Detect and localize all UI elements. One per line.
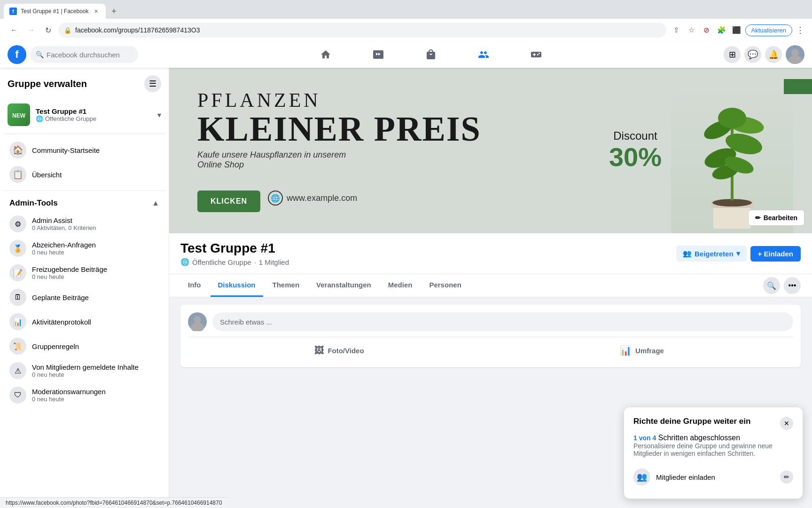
messenger-button[interactable]: 💬 — [744, 46, 761, 63]
tab-veranstaltungen[interactable]: Veranstaltungen — [309, 274, 379, 297]
notifications-button[interactable]: 🔔 — [765, 46, 782, 63]
tab-info[interactable]: Info — [180, 274, 209, 297]
sidebar-item-reports[interactable]: ⚠ Von Mitgliedern gemeldete Inhalte 0 ne… — [4, 358, 165, 383]
reports-info: Von Mitgliedern gemeldete Inhalte 0 neu … — [32, 363, 139, 378]
rules-info: Gruppenregeln — [32, 342, 79, 350]
poll-icon: 📊 — [620, 345, 632, 356]
sidebar-item-rules[interactable]: 📜 Gruppenregeln — [4, 334, 165, 358]
setup-close-button[interactable]: ✕ — [780, 417, 793, 430]
admin-tools-section[interactable]: Admin-Tools ▲ — [4, 195, 165, 212]
more-tab-button[interactable]: ••• — [784, 277, 801, 294]
adblock-icon[interactable]: ⊘ — [700, 24, 713, 37]
group-actions: 👥 Beigetreten ▾ + Einladen — [676, 246, 801, 262]
tab-medien[interactable]: Medien — [381, 274, 420, 297]
edit-cover-label: Bearbeiten — [764, 214, 797, 222]
community-label: Community-Startseite — [32, 146, 100, 154]
post-composer: Schreib etwas ... 🖼 Foto/Video 📊 Umfrage — [180, 305, 801, 367]
extension-icon[interactable]: 🧩 — [715, 24, 728, 37]
sidebar-item-admin-assist[interactable]: ⚙ Admin Assist 0 Aktivitäten, 0 Kriterie… — [4, 212, 165, 236]
invite-button[interactable]: + Einladen — [750, 246, 801, 262]
activity-log-icon: 📊 — [9, 313, 26, 330]
cover-cta-label: KLICKEN — [211, 197, 247, 206]
cover-inner: PFLANZEN KLEINER PREIS Kaufe unsere Haus… — [169, 68, 812, 233]
sidebar-divider-2 — [4, 190, 165, 191]
search-input[interactable] — [47, 51, 131, 59]
group-title-info: Test Gruppe #1 🌐 Öffentliche Gruppe · 1 … — [180, 241, 289, 266]
sidebar-item-mod-warnings[interactable]: 🛡 Moderationswarnungen 0 neu heute — [4, 383, 165, 407]
cover-cta-button[interactable]: KLICKEN — [197, 190, 260, 212]
profile-avatar[interactable] — [786, 45, 804, 64]
nav-video[interactable] — [352, 43, 405, 66]
search-tab-button[interactable]: 🔍 — [763, 277, 780, 294]
fb-logo[interactable]: f — [8, 45, 26, 64]
setup-panel: Richte deine Gruppe weiter ein ✕ 1 von 4… — [624, 407, 803, 499]
group-item[interactable]: NEW Test Gruppe #1 🌐 Öffentliche Gruppe … — [4, 100, 165, 130]
tab-diskussion[interactable]: Diskussion — [211, 274, 263, 297]
setup-description: Personalisiere deine Gruppe und gewinne … — [633, 442, 793, 457]
admin-assist-icon: ⚙ — [9, 215, 26, 232]
new-tab-button[interactable]: + — [108, 5, 121, 18]
sidebar-item-community[interactable]: 🏠 Community-Startseite — [4, 138, 165, 162]
invite-members-label: Mitglieder einladen — [656, 473, 715, 481]
setup-item-invite: 👥 Mitglieder einladen ✏ — [633, 465, 793, 489]
nav-gaming[interactable] — [510, 43, 562, 66]
composer-top: Schreib etwas ... — [188, 312, 793, 331]
aktualisieren-button[interactable]: Aktualisieren — [745, 24, 792, 36]
lock-icon: 🔒 — [64, 27, 71, 34]
nav-marketplace[interactable] — [405, 43, 457, 66]
activity-log-label: Aktivitätenprotokoll — [32, 318, 91, 326]
cover-discount: Discount 30% — [609, 129, 662, 172]
setup-progress-row: 1 von 4 Schritten abgeschlossen — [633, 434, 793, 442]
composer-input[interactable]: Schreib etwas ... — [212, 312, 793, 331]
address-input[interactable]: 🔒 facebook.com/groups/11876265987413O3 — [58, 23, 666, 38]
content-area: Schreib etwas ... 🖼 Foto/Video 📊 Umfrage — [169, 297, 812, 382]
sidebar-item-badges[interactable]: 🏅 Abzeichen-Anfragen 0 neu heute — [4, 236, 165, 261]
active-tab[interactable]: f Test Gruppe #1 | Facebook ✕ — [4, 4, 106, 19]
sidebar-item-scheduled[interactable]: 🗓 Geplante Beiträge — [4, 285, 165, 310]
address-bar: ← → ↻ 🔒 facebook.com/groups/118762659874… — [0, 19, 812, 41]
browser-chrome: f Test Gruppe #1 | Facebook ✕ + ← → ↻ 🔒 … — [0, 0, 812, 41]
nav-home[interactable] — [299, 43, 352, 66]
svg-point-15 — [191, 323, 204, 331]
svg-point-14 — [194, 316, 201, 324]
tab-themen[interactable]: Themen — [265, 274, 307, 297]
profile-icon[interactable]: ⬛ — [730, 24, 743, 37]
bookmark-icon[interactable]: ☆ — [685, 24, 698, 37]
url-bar-text: https://www.facebook.com/photo?fbid=7664… — [6, 500, 222, 506]
sidebar-item-overview[interactable]: 📋 Übersicht — [4, 162, 165, 187]
tab-personen[interactable]: Personen — [422, 274, 468, 297]
discount-label: Discount — [609, 129, 662, 143]
refresh-button[interactable]: ↻ — [41, 24, 55, 37]
setup-edit-button[interactable]: ✏ — [780, 470, 793, 484]
sidebar-item-activity-log[interactable]: 📊 Aktivitätenprotokoll — [4, 310, 165, 334]
scheduled-icon: 🗓 — [9, 289, 26, 306]
back-button[interactable]: ← — [8, 24, 21, 37]
forward-button[interactable]: → — [24, 24, 38, 37]
photo-video-label: Foto/Video — [328, 347, 364, 355]
edit-cover-button[interactable]: ✏ Bearbeiten — [748, 210, 804, 226]
scheduled-label: Geplante Beiträge — [32, 294, 89, 302]
nav-groups[interactable] — [457, 43, 510, 66]
share-icon[interactable]: ⇧ — [670, 24, 683, 37]
url-bar: https://www.facebook.com/photo?fbid=7664… — [0, 497, 227, 508]
svg-point-1 — [789, 56, 802, 64]
badges-label: Abzeichen-Anfragen — [32, 241, 96, 249]
umfrage-button[interactable]: 📊 Umfrage — [491, 341, 793, 360]
sidebar-menu-icon[interactable]: ☰ — [144, 75, 161, 92]
browser-menu-button[interactable]: ⋮ — [796, 25, 804, 35]
svg-point-11 — [718, 108, 746, 128]
group-type-label: Öffentliche Gruppe — [45, 115, 96, 122]
svg-text:NEW: NEW — [12, 112, 26, 119]
reports-label: Von Mitgliedern gemeldete Inhalte — [32, 363, 139, 371]
tab-close-button[interactable]: ✕ — [93, 8, 100, 15]
photo-video-button[interactable]: 🖼 Foto/Video — [188, 341, 491, 360]
search-icon: 🔍 — [36, 51, 44, 58]
search-box[interactable]: 🔍 — [30, 46, 138, 63]
green-block — [784, 79, 812, 94]
apps-button[interactable]: ⊞ — [724, 46, 741, 63]
reports-icon: ⚠ — [9, 362, 26, 379]
svg-point-0 — [791, 49, 799, 56]
group-meta: 🌐 Öffentliche Gruppe — [36, 115, 152, 122]
sidebar-item-pending-posts[interactable]: 📝 Freizugebende Beiträge 0 neu heute — [4, 261, 165, 285]
joined-button[interactable]: 👥 Beigetreten ▾ — [676, 246, 747, 262]
